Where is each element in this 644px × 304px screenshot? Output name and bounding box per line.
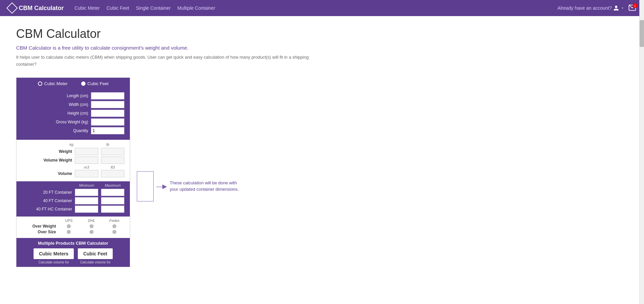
width-label: Width (cm) [22,102,88,107]
courier-section: UPS DHL Fedex Over Weight Over Size [16,217,130,238]
radio-cubic-meter [38,81,42,86]
account-button[interactable]: Already have an account? [557,5,625,11]
cubic-meters-sub: Calculate volume for [34,260,74,264]
container-40fthc-min [75,205,98,213]
container-40fthc: 40 FT HC Container [22,205,124,213]
multi-product-section: Multiple Products CBM Calculator Cubic M… [16,238,130,267]
gross-weight-label: Gross Weight (kg) [22,120,88,124]
callout-text: These calculation will be done with your… [170,180,244,192]
page-subtitle: CBM Calculator is a free utility to calc… [16,45,386,51]
overweight-dhl-dot [90,224,94,228]
quantity-label: Quantity [22,128,88,133]
page-title: CBM Calculator [16,27,386,41]
oversize-ups [59,230,79,234]
nav-link-cubic-meter[interactable]: Cubic Meter [74,5,100,11]
vol-weight-lb-input [101,157,124,164]
gross-weight-input[interactable] [91,118,124,126]
length-input[interactable] [91,92,124,100]
weight-lb-input [101,148,124,155]
cubic-feet-button[interactable]: Cubic Feet [78,248,113,259]
ft3-header: ft3 [101,165,124,169]
volume-m3-input [75,170,98,177]
unit-meter-label: Cubic Meter [44,81,68,86]
container-40fthc-max [101,205,124,213]
fedex-header: Fedex [104,219,124,223]
cubic-meters-button[interactable]: Cubic Meters [34,248,74,259]
result-volume-weight: Volume Weight [22,157,124,164]
ups-header: UPS [59,219,79,223]
container-20ft: 20 FT Container [22,189,124,196]
overweight-ups-dot [67,224,71,228]
container-20ft-min [75,189,98,196]
callout-row: —▶ These calculation will be done with y… [137,171,244,201]
cubic-meters-btn-group: Cubic Meters Calculate volume for [34,248,74,264]
multi-product-title: Multiple Products CBM Calculator [22,241,124,246]
navbar: CBM Calculator Cubic Meter Cubic Feet Si… [0,0,644,16]
results-header: kg lb [22,142,124,146]
mail-button[interactable]: 1 [629,5,636,12]
calculator-box: Cubic Meter Cubic Feet Length (cm) Width… [16,77,130,267]
m3-header: m3 [75,165,98,169]
container-40fthc-label: 40 FT HC Container [22,207,72,211]
overweight-dhl [82,224,102,228]
weight-kg-input [75,148,98,155]
scrollbar-thumb[interactable] [640,20,644,47]
dhl-header: DHL [82,219,102,223]
results-section: kg lb Weight Volume Weight m3 ft3 [16,140,130,181]
weight-label: Weight [22,149,72,154]
unit-cubic-feet[interactable]: Cubic Feet [81,81,109,86]
cubic-feet-btn-group: Cubic Feet Calculate volume for [78,248,113,264]
lb-header: lb [91,142,124,146]
overweight-fedex-dot [112,224,116,228]
min-header: Minimum [75,183,98,187]
nav-link-multiple-container[interactable]: Multiple Container [177,5,215,11]
volume-weight-label: Volume Weight [22,158,72,163]
container-40ft: 40 FT Container [22,197,124,204]
nav-link-single-container[interactable]: Single Container [136,5,171,11]
result-volume: Volume [22,170,124,177]
volume-label: Volume [22,171,72,176]
vol-weight-kg-input [75,157,98,164]
oversize-fedex [104,230,124,234]
overweight-label: Over Weight [22,224,56,229]
unit-feet-label: Cubic Feet [88,81,109,86]
max-header: Maximum [101,183,124,187]
chevron-down-icon [621,6,625,10]
brand-logo[interactable]: CBM Calculator [8,4,64,12]
oversize-fedex-dot [112,230,116,234]
field-height: Height (cm) [22,110,124,117]
container-40ft-label: 40 FT Container [22,198,72,203]
container-20ft-max [101,189,124,196]
container-40ft-max [101,197,124,204]
unit-toggle: Cubic Meter Cubic Feet [16,78,130,89]
scrollbar[interactable] [639,0,644,278]
result-weight: Weight [22,148,124,155]
oversize-dhl [82,230,102,234]
overweight-fedex [104,224,124,228]
height-label: Height (cm) [22,111,88,116]
nav-link-cubic-feet[interactable]: Cubic Feet [106,5,129,11]
callout-arrow-icon: —▶ [156,183,167,190]
mail-badge: 1 [633,3,637,8]
volume-unit-headers: m3 ft3 [22,165,124,169]
kg-header: kg [55,142,88,146]
height-input[interactable] [91,110,124,117]
container-40ft-min [75,197,98,204]
page-description: It helps user to calculate cubic meters … [16,54,318,68]
field-width: Width (cm) [22,101,124,108]
oversize-ups-dot [67,230,71,234]
courier-overweight: Over Weight [22,224,124,229]
volume-ft3-input [101,170,124,177]
unit-cubic-meter[interactable]: Cubic Meter [38,81,68,86]
quantity-input[interactable] [91,127,124,134]
container-header: Minimum Maximum [22,183,124,187]
multi-product-buttons: Cubic Meters Calculate volume for Cubic … [22,248,124,264]
field-length: Length (cm) [22,92,124,100]
account-text: Already have an account? [557,5,612,11]
calculator-wrapper: Cubic Meter Cubic Feet Length (cm) Width… [16,77,386,267]
brand-name: CBM Calculator [19,5,64,12]
input-fields-section: Length (cm) Width (cm) Height (cm) Gross… [16,89,130,140]
cubic-feet-sub: Calculate volume for [78,260,113,264]
container-20ft-label: 20 FT Container [22,190,72,195]
width-input[interactable] [91,101,124,108]
